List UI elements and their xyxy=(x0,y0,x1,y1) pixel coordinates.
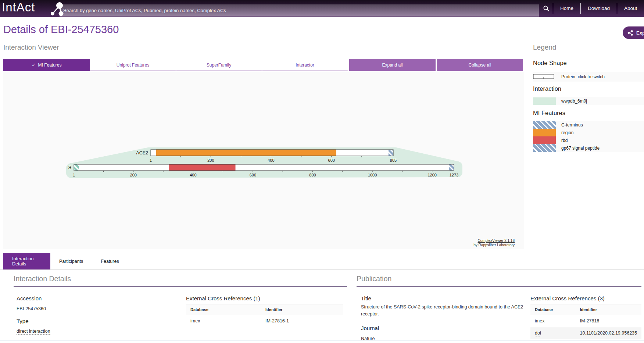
interactor-button[interactable]: Interactor xyxy=(262,59,348,71)
complex-viewer-canvas[interactable]: 1200400600805ACE212004006008001000120012… xyxy=(3,72,524,249)
column-header-database: Database xyxy=(186,304,261,315)
intact-logo[interactable]: IntAct xyxy=(2,0,35,14)
pub-title-text: Structure of the SARS-CoV-2 spike recept… xyxy=(361,304,527,318)
legend-title: Legend xyxy=(533,43,556,51)
viewer-button-row: ✓ MI Features Uniprot Features SuperFami… xyxy=(3,59,524,71)
legend-node-shape-title: Node Shape xyxy=(533,60,567,67)
expand-all-button[interactable]: Expand all xyxy=(349,59,436,71)
search-input[interactable] xyxy=(60,4,539,17)
interactor-label: Interactor xyxy=(296,62,314,68)
interaction-xrefs-title: External Cross References (1) xyxy=(186,295,260,301)
legend-node-shape-items: Protein: click to switch xyxy=(533,72,644,82)
legend-mi-features-items: C-terminusregionrbdgp67 signal peptide xyxy=(533,121,644,152)
protein-label-S: S xyxy=(68,165,71,170)
publication-xrefs-table: DatabaseIdentifierimexIM-27816doi10.1101… xyxy=(530,304,641,339)
app-header: IntAct HomeDownloadAboutDocumentation xyxy=(0,0,644,17)
feature-rbd[interactable] xyxy=(169,164,235,171)
superfamily-label: SuperFamily xyxy=(207,62,231,68)
legend-item-gp67-signal-peptide: gp67 signal peptide xyxy=(533,144,644,152)
legend-item-protein-click-to-switch: Protein: click to switch xyxy=(533,72,644,82)
table-row: imexIM-27816 xyxy=(530,315,641,327)
protein-label-ACE2: ACE2 xyxy=(136,150,148,156)
page-title: Details of EBI-25475360 xyxy=(3,24,119,36)
nav-item-home[interactable]: Home xyxy=(553,3,580,14)
collapse-all-label: Collapse all xyxy=(468,62,491,68)
tab-features[interactable]: Features xyxy=(92,253,128,269)
type-label: Type xyxy=(17,318,29,324)
column-header-identifier: Identifier xyxy=(261,304,343,315)
table-cell[interactable]: doi xyxy=(530,327,576,339)
table-row: imexIM-27816-1 xyxy=(186,315,343,327)
legend-label: rbd xyxy=(556,138,568,143)
publication-underline xyxy=(357,286,641,287)
viewer-divider xyxy=(3,56,524,56)
check-icon: ✓ xyxy=(32,62,35,68)
collapse-all-button[interactable]: Collapse all xyxy=(437,59,523,71)
expand-all-label: Expand all xyxy=(382,62,402,68)
uniprot-features-label: Uniprot Features xyxy=(117,62,149,68)
nav-item-download[interactable]: Download xyxy=(580,3,617,14)
legend-swatch-stripes-blue xyxy=(533,121,556,129)
feature-gp67-signal-peptide[interactable] xyxy=(74,164,79,171)
nav-item-about[interactable]: About xyxy=(617,3,644,14)
legend-divider xyxy=(533,56,644,56)
type-value[interactable]: direct interaction xyxy=(17,329,50,334)
feature-C-terminus[interactable] xyxy=(389,150,393,156)
mi-features-label: MI Features xyxy=(38,62,62,68)
tick-label: 1200 xyxy=(427,173,436,177)
export-button[interactable]: Export xyxy=(623,26,644,39)
legend-label: Protein: click to switch xyxy=(556,74,605,79)
interaction-details-underline xyxy=(14,286,347,287)
search-icon xyxy=(543,5,550,12)
tab-interaction-details[interactable]: Interaction Details xyxy=(3,253,50,269)
legend-mi-features-title: MI Features xyxy=(533,110,565,117)
tick-label: 400 xyxy=(268,158,274,162)
main-nav: HomeDownloadAboutDocumentation xyxy=(553,3,644,14)
tick-label: 1000 xyxy=(368,173,377,177)
uniprot-features-button[interactable]: Uniprot Features xyxy=(90,59,176,71)
legend-item-region: region xyxy=(533,129,644,136)
bottom-section-divider xyxy=(0,340,644,340)
viewer-section-title: Interaction Viewer xyxy=(3,43,59,51)
tick-label: 200 xyxy=(130,173,137,177)
tab-participants[interactable]: Participants xyxy=(50,253,92,269)
legend-label: region xyxy=(556,130,573,135)
share-icon xyxy=(627,30,633,36)
tick-label: 600 xyxy=(250,173,256,177)
publication-heading: Publication xyxy=(357,275,391,283)
legend-interaction-items: wwpdb_6m0j xyxy=(533,97,644,105)
tick-label: 1 xyxy=(150,158,152,162)
table-cell[interactable]: imex xyxy=(530,315,576,327)
accession-value: EBI-25475360 xyxy=(17,306,46,311)
tick-label: 600 xyxy=(328,158,335,162)
publication-xrefs-title: External Cross References (3) xyxy=(530,295,605,301)
complexviewer-version-link[interactable]: ComplexViewer 2.1.16 xyxy=(478,239,515,243)
legend-label: C-terminus xyxy=(556,122,583,128)
legend-swatch-orange xyxy=(533,129,556,136)
tabs-divider xyxy=(0,269,644,270)
complex-viewer-svg: 1200400600805ACE212004006008001000120012… xyxy=(3,72,524,249)
table-cell[interactable]: IM-27816 xyxy=(576,315,641,327)
feature-C-terminus[interactable] xyxy=(449,164,454,171)
table-cell[interactable]: 10.1101/2020.02.19.956235 xyxy=(576,327,641,339)
legend-swatch-protein xyxy=(533,73,556,81)
tick-label: 800 xyxy=(309,173,316,177)
interaction-details-heading: Interaction Details xyxy=(14,275,71,283)
table-cell[interactable]: IM-27816-1 xyxy=(261,315,343,327)
interaction-xrefs-table: DatabaseIdentifierimexIM-27816-1 xyxy=(186,304,343,327)
legend-item-c-terminus: C-terminus xyxy=(533,121,644,129)
mi-features-button[interactable]: ✓ MI Features xyxy=(3,59,90,71)
search-button[interactable] xyxy=(540,3,553,14)
table-row: doi10.1101/2020.02.19.956235 xyxy=(530,327,641,339)
legend-swatch-red xyxy=(533,136,556,144)
column-header-database: Database xyxy=(530,304,576,315)
export-label: Export xyxy=(636,30,644,36)
table-cell[interactable]: imex xyxy=(186,315,261,327)
feature-region[interactable] xyxy=(156,150,336,156)
superfamily-button[interactable]: SuperFamily xyxy=(176,59,262,71)
details-tab-bar: Interaction Details Participants Feature… xyxy=(3,253,128,269)
complexviewer-credit: by Rappsilber Laboratory xyxy=(473,243,515,247)
legend-item-wwpdb-6m0j: wwpdb_6m0j xyxy=(533,97,644,105)
column-header-identifier: Identifier xyxy=(576,304,641,315)
legend-label: wwpdb_6m0j xyxy=(556,99,587,104)
